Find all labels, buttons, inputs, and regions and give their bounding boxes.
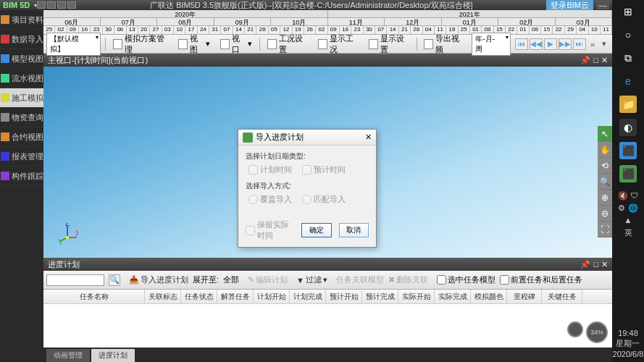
viewport-button[interactable]: 视口 ▾ xyxy=(217,32,255,56)
sidebar-item-7[interactable]: 报表管理 xyxy=(0,147,43,167)
pan-tool[interactable]: ✋ xyxy=(598,142,612,158)
filter-button[interactable]: ▼ 过滤 ▾ xyxy=(296,274,327,285)
opt-forecast-time[interactable]: 预计时间 xyxy=(302,164,346,175)
view-button[interactable]: 视图 ▾ xyxy=(175,32,213,56)
col-header[interactable]: 模拟颜色 xyxy=(471,290,507,303)
chk-pre-post[interactable]: 前置任务和后置任务 xyxy=(500,274,582,285)
plan-manage-button[interactable]: 模拟方案管理 xyxy=(110,32,171,56)
search-input[interactable] xyxy=(46,274,104,286)
progress-small[interactable] xyxy=(567,321,583,337)
show-settings-button[interactable]: 显示设置 xyxy=(366,32,412,56)
progress-circle[interactable]: 34% xyxy=(586,321,608,343)
zoom-out-tool[interactable]: ⊖ xyxy=(598,206,612,222)
fit-tool[interactable]: ⛶ xyxy=(598,222,612,237)
taskbar-clock[interactable]: 19:48星期一2020/6/8 xyxy=(613,325,644,362)
pin-icon[interactable]: 📌 xyxy=(580,56,590,65)
dialog-close-icon[interactable]: ✕ xyxy=(365,132,372,142)
expand-combo[interactable]: 全部 xyxy=(223,274,239,285)
dialog-titlebar[interactable]: 导入进度计划 ✕ xyxy=(238,130,376,146)
last-button[interactable]: ⏭ xyxy=(573,38,586,50)
sim-combo[interactable]: 【默认模拟】 xyxy=(46,33,101,56)
sidebar-item-2[interactable]: 模型视图 xyxy=(0,49,43,69)
sidebar-item-8[interactable]: 构件跟踪 xyxy=(0,167,43,186)
win-taskview[interactable]: ⧉ xyxy=(619,49,637,67)
title-bar: BIM 5D ▾ 广联达 BIM5D 3.5旗舰版(正式版)--[双苑综合楼-C… xyxy=(0,0,644,10)
opt-plan-time[interactable]: 计划时间 xyxy=(248,164,292,175)
delete-link-button[interactable]: ✖ 删除关联 xyxy=(388,274,428,285)
progress-widget[interactable]: 34% xyxy=(567,321,608,343)
sidebar-item-6[interactable]: 合约视图 xyxy=(0,127,43,147)
edit-plan-button[interactable]: ✎ 编辑计划 xyxy=(248,274,288,285)
svg-text:X: X xyxy=(75,229,78,237)
cancel-button[interactable]: 取消 xyxy=(339,223,369,237)
workstatus-button[interactable]: 工况设置 xyxy=(264,32,311,56)
panel-pin-icon[interactable]: 📌 xyxy=(580,260,590,269)
col-header[interactable]: 实际开始 xyxy=(398,290,435,303)
sidebar-item-5[interactable]: 物资查询 xyxy=(0,108,43,127)
sidebar-item-3[interactable]: 流水视图 xyxy=(0,69,43,88)
win-app2[interactable]: ⬛ xyxy=(619,142,637,159)
axis-gizmo[interactable]: X Y Z xyxy=(57,223,78,245)
show-wc-button[interactable]: 显示工况 xyxy=(315,32,361,56)
opt-match[interactable]: 匹配导入 xyxy=(302,194,346,205)
select-tool[interactable]: ↖ xyxy=(598,126,612,142)
vp-close-icon[interactable]: ✕ xyxy=(601,56,608,65)
col-header[interactable]: 关联标志 xyxy=(145,290,181,303)
ok-button[interactable]: 确定 xyxy=(301,223,331,237)
col-header[interactable]: 任务状态 xyxy=(181,290,217,303)
col-header[interactable]: 里程碑 xyxy=(507,290,542,303)
chk-selected-model[interactable]: 选中任务模型 xyxy=(437,274,495,285)
win-ie[interactable]: e xyxy=(619,72,637,90)
orbit-tool[interactable]: ⟲ xyxy=(598,158,612,174)
vp-max-icon[interactable]: □ xyxy=(593,56,598,65)
opt-overwrite[interactable]: 覆盖导入 xyxy=(248,194,292,205)
timeline-years: 2020年2021年 xyxy=(43,10,612,18)
prev-button[interactable]: ◀◀ xyxy=(530,38,543,50)
window-title: 广联达 BIM5D 3.5旗舰版(正式版)--[双苑综合楼-C:/Users/A… xyxy=(76,0,546,11)
quick-access[interactable] xyxy=(37,1,76,9)
lang-indicator[interactable]: 英 xyxy=(624,227,632,238)
tab-animation[interactable]: 动画管理 xyxy=(46,349,90,362)
sidebar-icon xyxy=(1,113,9,122)
col-header[interactable]: 解算任务 xyxy=(217,290,254,303)
win-search[interactable]: ○ xyxy=(619,26,637,43)
col-header[interactable]: 实际完成 xyxy=(435,290,471,303)
tab-schedule[interactable]: 进度计划 xyxy=(91,349,135,362)
gear-icon xyxy=(267,39,277,49)
viewport-header: 主视口-[计划时间](当前视口) 📌□✕ xyxy=(43,54,612,67)
col-header[interactable]: 关键任务 xyxy=(542,290,582,303)
link-model-button[interactable]: 任务关联模型 xyxy=(336,274,384,285)
table-body[interactable] xyxy=(43,304,612,348)
col-header[interactable]: 预计完成 xyxy=(362,290,398,303)
play-button[interactable]: ▶ xyxy=(544,38,557,50)
expand-toolbar[interactable]: » xyxy=(590,40,595,49)
search-button[interactable]: 🔍 xyxy=(109,274,120,286)
first-button[interactable]: ⏮ xyxy=(515,38,528,50)
bottom-tabs: 动画管理 进度计划 xyxy=(43,348,612,362)
import-schedule-button[interactable]: 📥 导入进度计划 xyxy=(129,274,188,285)
col-header[interactable]: 计划完成 xyxy=(290,290,326,303)
win-start[interactable]: ⊞ xyxy=(619,3,637,20)
sidebar-item-4[interactable]: 施工模拟 xyxy=(0,88,43,108)
win-app3[interactable]: ⬛ xyxy=(619,165,637,182)
system-tray[interactable]: 🔇 🛡⚙ 🌐▲ 英 xyxy=(618,188,638,241)
opt-keep-actual[interactable]: 保留实际时间 xyxy=(246,219,294,241)
sidebar-item-1[interactable]: 数据导入 xyxy=(0,30,43,49)
next-button[interactable]: ▶▶ xyxy=(559,38,572,50)
sidebar-item-0[interactable]: 项目资料 xyxy=(0,10,43,30)
minimize-button[interactable]: — xyxy=(596,1,609,9)
win-explorer[interactable]: 📁 xyxy=(619,96,637,113)
panel-max-icon[interactable]: □ xyxy=(593,260,598,269)
zoom-tool[interactable]: 🔍 xyxy=(598,174,612,190)
panel-close-icon[interactable]: ✕ xyxy=(601,260,608,269)
timescale-combo[interactable]: 年-月-周 xyxy=(472,33,511,56)
sidebar-icon xyxy=(1,132,9,141)
table-header: 任务名称关联标志任务状态解算任务计划开始计划完成预计开始预计完成实际开始实际完成… xyxy=(43,290,612,304)
timeline-months: 06月07月08月09月10月11月12月01月02月03月 xyxy=(43,18,612,26)
export-video-button[interactable]: 导出视频 xyxy=(421,32,467,56)
col-header[interactable]: 预计开始 xyxy=(326,290,362,303)
col-header[interactable]: 任务名称 xyxy=(43,290,145,303)
col-header[interactable]: 计划开始 xyxy=(254,290,290,303)
zoom-in-tool[interactable]: ⊕ xyxy=(598,190,612,206)
win-app1[interactable]: ◐ xyxy=(619,119,637,136)
